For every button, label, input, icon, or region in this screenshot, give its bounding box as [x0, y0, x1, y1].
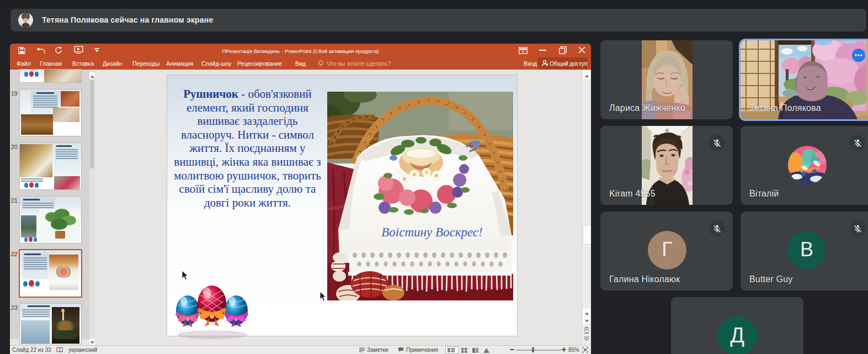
- svg-text:Воістину Воскрес!: Воістину Воскрес!: [381, 225, 482, 239]
